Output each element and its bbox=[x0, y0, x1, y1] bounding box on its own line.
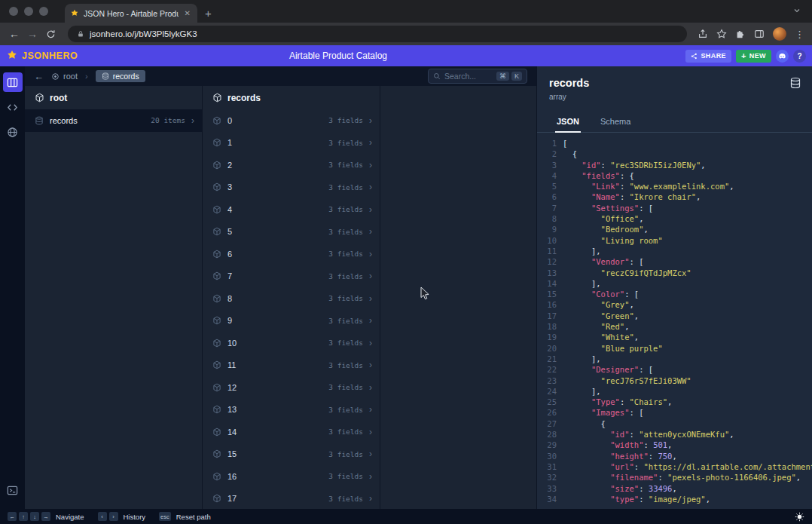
tab-json[interactable]: JSON bbox=[555, 112, 581, 133]
list-item-11[interactable]: 113 fields› bbox=[203, 354, 380, 377]
code-line: 31 "url": "https://dl.airtable.com/.atta… bbox=[537, 461, 812, 472]
code-line: 1[ bbox=[537, 138, 812, 149]
reload-button[interactable] bbox=[44, 29, 57, 39]
search-input[interactable] bbox=[444, 72, 493, 81]
cube-icon bbox=[212, 227, 221, 236]
breadcrumb-back-button[interactable]: ← bbox=[34, 71, 44, 82]
item-meta: 3 fields bbox=[328, 339, 363, 347]
line-number: 33 bbox=[537, 483, 557, 494]
cube-icon bbox=[35, 93, 44, 103]
code-line: 14 ], bbox=[537, 278, 812, 289]
chevron-right-icon: › bbox=[369, 427, 372, 437]
search-box[interactable]: ⌘K bbox=[428, 69, 527, 84]
json-editor-button[interactable] bbox=[3, 97, 23, 117]
item-label: 10 bbox=[227, 339, 322, 348]
line-number: 14 bbox=[537, 278, 557, 289]
list-item-1[interactable]: 13 fields› bbox=[203, 132, 380, 155]
cube-icon bbox=[212, 427, 221, 437]
share-page-button[interactable] bbox=[698, 29, 708, 39]
jsonhero-logo[interactable]: JSONHERO bbox=[6, 50, 78, 62]
chevron-right-icon: › bbox=[369, 293, 372, 304]
browser-window: JSON Hero - Airtable Product C ✕ + ← → j… bbox=[0, 0, 812, 524]
close-button[interactable] bbox=[9, 7, 18, 16]
cube-icon bbox=[212, 250, 221, 259]
cube-icon bbox=[212, 93, 222, 103]
list-item-9[interactable]: 93 fields› bbox=[203, 310, 380, 332]
discord-button[interactable] bbox=[776, 50, 789, 63]
breadcrumb-records-badge[interactable]: records bbox=[96, 70, 145, 82]
line-number: 22 bbox=[537, 364, 557, 375]
list-item-8[interactable]: 83 fields› bbox=[203, 287, 380, 310]
database-icon bbox=[35, 116, 44, 125]
key-badge: esc bbox=[159, 512, 171, 521]
code-line: 2 { bbox=[537, 149, 812, 159]
chevron-right-icon: › bbox=[369, 137, 372, 148]
list-item-14[interactable]: 143 fields› bbox=[203, 421, 380, 443]
list-item-12[interactable]: 123 fields› bbox=[203, 376, 380, 399]
jsonhero-favicon-icon bbox=[70, 9, 79, 18]
detail-tabs: JSONSchema bbox=[537, 112, 812, 133]
line-number: 19 bbox=[537, 332, 557, 342]
line-number: 34 bbox=[537, 494, 557, 504]
code-line: 4 "fields": { bbox=[537, 170, 812, 181]
forward-button[interactable]: → bbox=[26, 28, 39, 40]
tab-schema[interactable]: Schema bbox=[599, 112, 632, 132]
window-controls bbox=[0, 0, 59, 23]
list-item-13[interactable]: 133 fields› bbox=[203, 399, 380, 421]
new-button-label: NEW bbox=[749, 52, 766, 60]
tab-close-icon[interactable]: ✕ bbox=[183, 9, 192, 17]
browser-tab[interactable]: JSON Hero - Airtable Product C ✕ bbox=[65, 4, 197, 23]
shortcut-hints: ←↑↓→Navigate‹›HistoryescReset path bbox=[8, 512, 211, 521]
theme-toggle-button[interactable] bbox=[795, 512, 804, 522]
column-view-button[interactable] bbox=[3, 72, 23, 92]
list-item-5[interactable]: 53 fields› bbox=[203, 221, 380, 244]
bookmark-star-button[interactable] bbox=[716, 29, 727, 39]
code-line: 9 "Bedroom", bbox=[537, 224, 812, 234]
terminal-button[interactable] bbox=[3, 480, 23, 500]
list-item-17[interactable]: 173 fields› bbox=[203, 488, 380, 510]
list-item-records[interactable]: records20 items› bbox=[25, 109, 202, 132]
new-tab-button[interactable]: + bbox=[205, 7, 212, 20]
profile-avatar[interactable] bbox=[773, 27, 786, 41]
key-badge: ↑ bbox=[19, 512, 28, 521]
help-button[interactable]: ? bbox=[793, 50, 806, 63]
line-number: 17 bbox=[537, 311, 557, 321]
search-icon bbox=[433, 72, 441, 80]
zoom-button[interactable] bbox=[39, 7, 48, 16]
list-item-6[interactable]: 63 fields› bbox=[203, 243, 380, 265]
list-item-3[interactable]: 33 fields› bbox=[203, 176, 380, 199]
tab-search-chevron-icon[interactable] bbox=[792, 5, 801, 18]
key-badge: ↓ bbox=[30, 512, 39, 521]
item-label: 2 bbox=[227, 161, 322, 170]
statusbar-label: Navigate bbox=[56, 513, 84, 521]
code-line: 6 "Name": "Ikrore chair", bbox=[537, 192, 812, 202]
list-item-4[interactable]: 43 fields› bbox=[203, 198, 380, 221]
list-item-16[interactable]: 163 fields› bbox=[203, 465, 380, 488]
list-item-0[interactable]: 03 fields› bbox=[203, 109, 380, 132]
extensions-puzzle-button[interactable] bbox=[735, 29, 746, 39]
minimize-button[interactable] bbox=[24, 7, 33, 16]
address-bar[interactable]: jsonhero.io/j/bW3Pl5lykGK3 bbox=[68, 26, 687, 42]
item-meta: 3 fields bbox=[328, 205, 363, 213]
list-item-15[interactable]: 153 fields› bbox=[203, 443, 380, 466]
list-item-10[interactable]: 103 fields› bbox=[203, 332, 380, 354]
back-button[interactable]: ← bbox=[8, 28, 21, 40]
list-item-7[interactable]: 73 fields› bbox=[203, 265, 380, 288]
new-button[interactable]: + NEW bbox=[736, 50, 771, 63]
code-line: 13 "reczC9ifQTdJpMZcx" bbox=[537, 268, 812, 278]
line-number: 11 bbox=[537, 246, 557, 256]
line-number: 12 bbox=[537, 256, 557, 267]
item-meta: 3 fields bbox=[328, 139, 363, 147]
chevron-right-icon: › bbox=[369, 249, 372, 259]
chevron-right-icon: › bbox=[369, 493, 372, 504]
browser-menu-button[interactable]: ⋮ bbox=[795, 29, 804, 40]
side-panel-button[interactable] bbox=[754, 29, 765, 39]
related-values-button[interactable] bbox=[3, 122, 23, 142]
breadcrumb-root[interactable]: root bbox=[51, 72, 78, 81]
list-item-2[interactable]: 23 fields› bbox=[203, 154, 380, 176]
cube-icon bbox=[212, 360, 221, 369]
detail-subtitle: array bbox=[549, 93, 800, 101]
share-button[interactable]: SHARE bbox=[685, 50, 731, 63]
browser-titlebar: JSON Hero - Airtable Product C ✕ + bbox=[0, 0, 812, 23]
column-records: records 03 fields›13 fields›23 fields›33… bbox=[203, 86, 380, 509]
